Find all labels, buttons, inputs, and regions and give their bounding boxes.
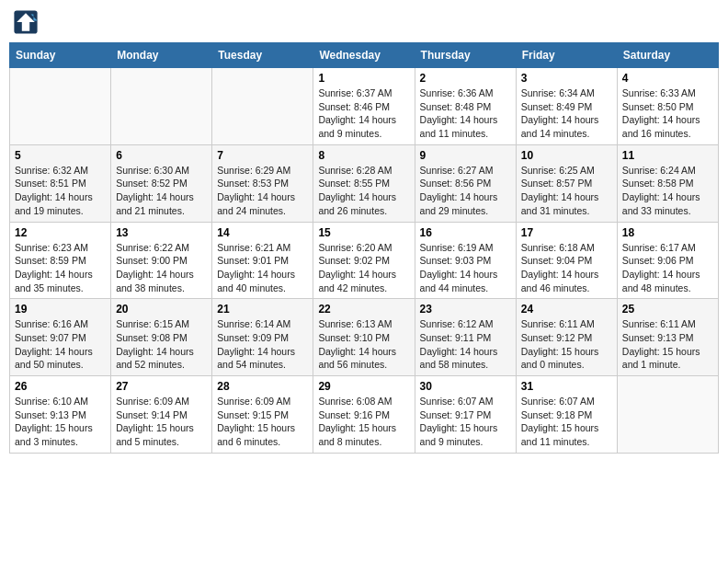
- day-info: Sunrise: 6:22 AMSunset: 9:00 PMDaylight:…: [116, 241, 207, 295]
- day-info: Sunrise: 6:34 AMSunset: 8:49 PMDaylight:…: [521, 86, 612, 141]
- calendar-cell: 7Sunrise: 6:29 AMSunset: 8:53 PMDaylight…: [212, 144, 313, 222]
- day-number: 2: [420, 72, 511, 85]
- calendar-cell: 9Sunrise: 6:27 AMSunset: 8:56 PMDaylight…: [415, 144, 516, 222]
- day-info: Sunrise: 6:30 AMSunset: 8:52 PMDaylight:…: [116, 164, 207, 218]
- day-number: 16: [420, 226, 511, 239]
- day-of-week-header: Thursday: [415, 43, 516, 68]
- day-info: Sunrise: 6:14 AMSunset: 9:09 PMDaylight:…: [217, 317, 308, 372]
- day-info: Sunrise: 6:11 AMSunset: 9:12 PMDaylight:…: [521, 317, 612, 372]
- calendar-week-row: 19Sunrise: 6:16 AMSunset: 9:07 PMDayligh…: [10, 299, 719, 376]
- calendar-cell: 20Sunrise: 6:15 AMSunset: 9:08 PMDayligh…: [111, 299, 212, 376]
- calendar-table: SundayMondayTuesdayWednesdayThursdayFrid…: [9, 42, 719, 454]
- day-info: Sunrise: 6:18 AMSunset: 9:04 PMDaylight:…: [521, 241, 612, 295]
- calendar-cell: 31Sunrise: 6:07 AMSunset: 9:18 PMDayligh…: [516, 376, 617, 454]
- day-number: 27: [116, 380, 207, 393]
- calendar-week-row: 1Sunrise: 6:37 AMSunset: 8:46 PMDaylight…: [10, 68, 719, 145]
- day-number: 18: [622, 226, 713, 239]
- calendar-cell: [111, 68, 212, 145]
- day-info: Sunrise: 6:28 AMSunset: 8:55 PMDaylight:…: [318, 164, 409, 218]
- calendar-cell: 21Sunrise: 6:14 AMSunset: 9:09 PMDayligh…: [212, 299, 313, 376]
- day-number: 28: [217, 380, 308, 393]
- day-number: 29: [318, 380, 409, 393]
- day-info: Sunrise: 6:21 AMSunset: 9:01 PMDaylight:…: [217, 241, 308, 295]
- day-number: 10: [521, 149, 612, 162]
- day-info: Sunrise: 6:11 AMSunset: 9:13 PMDaylight:…: [622, 317, 713, 372]
- calendar-cell: 13Sunrise: 6:22 AMSunset: 9:00 PMDayligh…: [111, 222, 212, 299]
- day-number: 25: [622, 303, 713, 316]
- day-info: Sunrise: 6:08 AMSunset: 9:16 PMDaylight:…: [318, 395, 409, 449]
- day-info: Sunrise: 6:32 AMSunset: 8:51 PMDaylight:…: [15, 164, 106, 218]
- calendar-cell: 28Sunrise: 6:09 AMSunset: 9:15 PMDayligh…: [212, 376, 313, 454]
- day-info: Sunrise: 6:15 AMSunset: 9:08 PMDaylight:…: [116, 317, 207, 372]
- day-number: 26: [15, 380, 106, 393]
- calendar-cell: 18Sunrise: 6:17 AMSunset: 9:06 PMDayligh…: [617, 222, 718, 299]
- calendar-cell: 25Sunrise: 6:11 AMSunset: 9:13 PMDayligh…: [617, 299, 718, 376]
- day-number: 8: [318, 149, 409, 162]
- calendar-cell: 10Sunrise: 6:25 AMSunset: 8:57 PMDayligh…: [516, 144, 617, 222]
- calendar-cell: 2Sunrise: 6:36 AMSunset: 8:48 PMDaylight…: [415, 68, 516, 145]
- day-number: 9: [420, 149, 511, 162]
- day-info: Sunrise: 6:09 AMSunset: 9:14 PMDaylight:…: [116, 395, 207, 449]
- calendar-cell: 8Sunrise: 6:28 AMSunset: 8:55 PMDaylight…: [313, 144, 415, 222]
- calendar-cell: 5Sunrise: 6:32 AMSunset: 8:51 PMDaylight…: [10, 144, 111, 222]
- day-number: 21: [217, 303, 308, 316]
- day-number: 19: [15, 303, 106, 316]
- day-number: 22: [318, 303, 409, 316]
- calendar-cell: 23Sunrise: 6:12 AMSunset: 9:11 PMDayligh…: [415, 299, 516, 376]
- day-info: Sunrise: 6:19 AMSunset: 9:03 PMDaylight:…: [420, 241, 511, 295]
- day-number: 24: [521, 303, 612, 316]
- calendar-cell: 4Sunrise: 6:33 AMSunset: 8:50 PMDaylight…: [617, 68, 718, 145]
- day-info: Sunrise: 6:12 AMSunset: 9:11 PMDaylight:…: [420, 317, 511, 372]
- day-info: Sunrise: 6:36 AMSunset: 8:48 PMDaylight:…: [420, 86, 511, 141]
- day-info: Sunrise: 6:27 AMSunset: 8:56 PMDaylight:…: [420, 164, 511, 218]
- day-number: 12: [15, 226, 106, 239]
- logo-icon: [13, 9, 39, 35]
- day-of-week-header: Wednesday: [313, 43, 415, 68]
- day-info: Sunrise: 6:25 AMSunset: 8:57 PMDaylight:…: [521, 164, 612, 218]
- calendar-week-row: 5Sunrise: 6:32 AMSunset: 8:51 PMDaylight…: [10, 144, 719, 222]
- day-number: 13: [116, 226, 207, 239]
- calendar-cell: 1Sunrise: 6:37 AMSunset: 8:46 PMDaylight…: [313, 68, 415, 145]
- calendar-cell: 27Sunrise: 6:09 AMSunset: 9:14 PMDayligh…: [111, 376, 212, 454]
- day-info: Sunrise: 6:24 AMSunset: 8:58 PMDaylight:…: [622, 164, 713, 218]
- day-of-week-header: Monday: [111, 43, 212, 68]
- day-number: 11: [622, 149, 713, 162]
- day-of-week-header: Tuesday: [212, 43, 313, 68]
- calendar-cell: 14Sunrise: 6:21 AMSunset: 9:01 PMDayligh…: [212, 222, 313, 299]
- calendar-cell: 29Sunrise: 6:08 AMSunset: 9:16 PMDayligh…: [313, 376, 415, 454]
- calendar-cell: 17Sunrise: 6:18 AMSunset: 9:04 PMDayligh…: [516, 222, 617, 299]
- calendar-cell: 26Sunrise: 6:10 AMSunset: 9:13 PMDayligh…: [10, 376, 111, 454]
- day-number: 1: [318, 72, 409, 85]
- day-number: 30: [420, 380, 511, 393]
- day-info: Sunrise: 6:29 AMSunset: 8:53 PMDaylight:…: [217, 164, 308, 218]
- calendar-cell: 3Sunrise: 6:34 AMSunset: 8:49 PMDaylight…: [516, 68, 617, 145]
- calendar-cell: [10, 68, 111, 145]
- calendar-cell: [617, 376, 718, 454]
- day-number: 20: [116, 303, 207, 316]
- page-header: [9, 9, 719, 35]
- day-info: Sunrise: 6:09 AMSunset: 9:15 PMDaylight:…: [217, 395, 308, 449]
- day-info: Sunrise: 6:33 AMSunset: 8:50 PMDaylight:…: [622, 86, 713, 141]
- day-of-week-header: Saturday: [617, 43, 718, 68]
- calendar-cell: 22Sunrise: 6:13 AMSunset: 9:10 PMDayligh…: [313, 299, 415, 376]
- day-info: Sunrise: 6:16 AMSunset: 9:07 PMDaylight:…: [15, 317, 106, 372]
- day-of-week-header: Sunday: [10, 43, 111, 68]
- calendar-cell: 16Sunrise: 6:19 AMSunset: 9:03 PMDayligh…: [415, 222, 516, 299]
- day-number: 7: [217, 149, 308, 162]
- day-number: 5: [15, 149, 106, 162]
- calendar-cell: 30Sunrise: 6:07 AMSunset: 9:17 PMDayligh…: [415, 376, 516, 454]
- calendar-cell: 19Sunrise: 6:16 AMSunset: 9:07 PMDayligh…: [10, 299, 111, 376]
- day-info: Sunrise: 6:13 AMSunset: 9:10 PMDaylight:…: [318, 317, 409, 372]
- day-number: 4: [622, 72, 713, 85]
- day-info: Sunrise: 6:10 AMSunset: 9:13 PMDaylight:…: [15, 395, 106, 449]
- calendar-header-row: SundayMondayTuesdayWednesdayThursdayFrid…: [10, 43, 719, 68]
- day-number: 14: [217, 226, 308, 239]
- calendar-cell: 11Sunrise: 6:24 AMSunset: 8:58 PMDayligh…: [617, 144, 718, 222]
- day-info: Sunrise: 6:37 AMSunset: 8:46 PMDaylight:…: [318, 86, 409, 141]
- logo: [13, 9, 40, 35]
- calendar-cell: 6Sunrise: 6:30 AMSunset: 8:52 PMDaylight…: [111, 144, 212, 222]
- day-number: 23: [420, 303, 511, 316]
- calendar-cell: [212, 68, 313, 145]
- day-number: 3: [521, 72, 612, 85]
- calendar-week-row: 26Sunrise: 6:10 AMSunset: 9:13 PMDayligh…: [10, 376, 719, 454]
